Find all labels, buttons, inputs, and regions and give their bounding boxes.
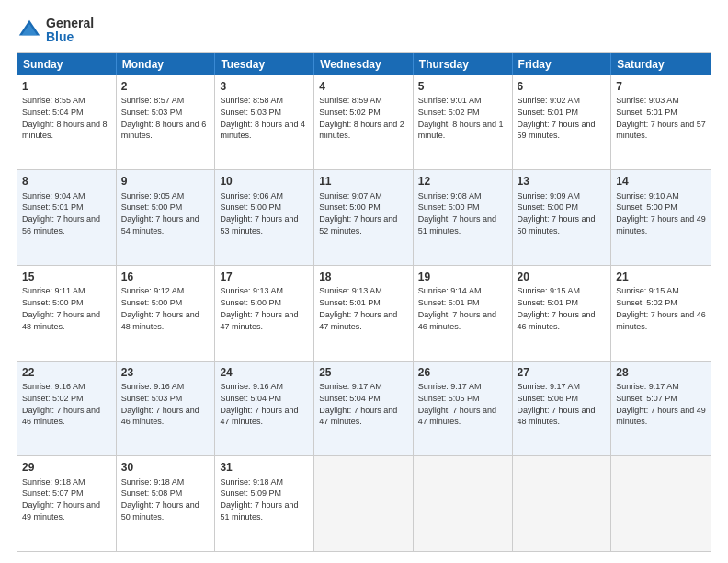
day-number: 14 [616,174,706,189]
day-number: 13 [518,174,607,189]
day-number: 26 [418,365,507,380]
sunrise-info: Sunrise: 9:13 AMSunset: 5:01 PMDaylight:… [319,286,397,330]
day-cell-8: 8Sunrise: 9:04 AMSunset: 5:01 PMDaylight… [17,170,117,265]
calendar-week-5: 29Sunrise: 9:18 AMSunset: 5:07 PMDayligh… [17,455,711,551]
day-number: 11 [319,174,408,189]
day-cell-13: 13Sunrise: 9:09 AMSunset: 5:00 PMDayligh… [513,170,612,265]
header-day-thursday: Thursday [414,53,513,75]
day-number: 28 [616,365,706,380]
day-cell-18: 18Sunrise: 9:13 AMSunset: 5:01 PMDayligh… [314,266,414,361]
day-cell-14: 14Sunrise: 9:10 AMSunset: 5:00 PMDayligh… [611,170,711,265]
day-cell-9: 9Sunrise: 9:05 AMSunset: 5:00 PMDaylight… [117,170,216,265]
sunrise-info: Sunrise: 9:16 AMSunset: 5:03 PMDaylight:… [121,382,199,426]
day-number: 1 [22,79,111,94]
day-number: 15 [22,270,111,284]
day-cell-24: 24Sunrise: 9:16 AMSunset: 5:04 PMDayligh… [215,362,314,456]
day-cell-31: 31Sunrise: 9:18 AMSunset: 5:09 PMDayligh… [215,456,314,551]
sunrise-info: Sunrise: 9:17 AMSunset: 5:05 PMDaylight:… [418,382,496,426]
calendar-body: 1Sunrise: 8:55 AMSunset: 5:04 PMDaylight… [17,75,711,551]
day-number: 23 [121,365,210,380]
day-cell-22: 22Sunrise: 9:16 AMSunset: 5:02 PMDayligh… [17,362,117,456]
day-number: 31 [220,460,309,475]
calendar-week-1: 1Sunrise: 8:55 AMSunset: 5:04 PMDaylight… [17,75,711,170]
day-cell-25: 25Sunrise: 9:17 AMSunset: 5:04 PMDayligh… [314,362,414,456]
day-cell-27: 27Sunrise: 9:17 AMSunset: 5:06 PMDayligh… [513,362,612,456]
day-number: 9 [121,174,210,189]
day-number: 29 [22,460,111,475]
sunrise-info: Sunrise: 9:15 AMSunset: 5:01 PMDaylight:… [518,286,596,330]
logo-icon [17,17,42,43]
sunrise-info: Sunrise: 9:04 AMSunset: 5:01 PMDaylight:… [22,191,100,236]
sunrise-info: Sunrise: 9:14 AMSunset: 5:01 PMDaylight:… [418,286,496,330]
header-day-tuesday: Tuesday [215,53,314,75]
sunrise-info: Sunrise: 9:17 AMSunset: 5:04 PMDaylight:… [319,382,397,426]
day-cell-15: 15Sunrise: 9:11 AMSunset: 5:00 PMDayligh… [17,266,117,361]
day-number: 2 [121,79,210,94]
day-number: 6 [518,79,607,94]
header: General Blue [17,17,711,45]
calendar-header: SundayMondayTuesdayWednesdayThursdayFrid… [17,53,711,75]
sunrise-info: Sunrise: 9:09 AMSunset: 5:00 PMDaylight:… [518,191,596,236]
sunrise-info: Sunrise: 9:02 AMSunset: 5:01 PMDaylight:… [518,96,596,140]
header-day-wednesday: Wednesday [314,53,414,75]
day-cell-1: 1Sunrise: 8:55 AMSunset: 5:04 PMDaylight… [17,75,117,170]
sunrise-info: Sunrise: 9:12 AMSunset: 5:00 PMDaylight:… [121,286,199,330]
day-number: 21 [616,270,706,284]
logo-text: General Blue [46,17,94,45]
header-day-monday: Monday [117,53,216,75]
calendar-week-2: 8Sunrise: 9:04 AMSunset: 5:01 PMDaylight… [17,169,711,265]
day-cell-19: 19Sunrise: 9:14 AMSunset: 5:01 PMDayligh… [414,266,513,361]
day-cell-21: 21Sunrise: 9:15 AMSunset: 5:02 PMDayligh… [611,266,711,361]
day-number: 4 [319,79,408,94]
day-cell-23: 23Sunrise: 9:16 AMSunset: 5:03 PMDayligh… [117,362,216,456]
day-cell-17: 17Sunrise: 9:13 AMSunset: 5:00 PMDayligh… [215,266,314,361]
day-number: 20 [518,270,607,284]
calendar-week-4: 22Sunrise: 9:16 AMSunset: 5:02 PMDayligh… [17,361,711,456]
day-number: 24 [220,365,309,380]
header-day-saturday: Saturday [611,53,711,75]
empty-cell [414,456,513,551]
day-number: 19 [418,270,507,284]
sunrise-info: Sunrise: 9:03 AMSunset: 5:01 PMDaylight:… [616,96,706,140]
day-cell-2: 2Sunrise: 8:57 AMSunset: 5:03 PMDaylight… [117,75,216,170]
sunrise-info: Sunrise: 8:58 AMSunset: 5:03 PMDaylight:… [220,96,305,140]
calendar: SundayMondayTuesdayWednesdayThursdayFrid… [17,52,711,552]
logo: General Blue [17,17,94,45]
sunrise-info: Sunrise: 9:17 AMSunset: 5:07 PMDaylight:… [616,382,706,426]
day-cell-11: 11Sunrise: 9:07 AMSunset: 5:00 PMDayligh… [314,170,414,265]
day-number: 3 [220,79,309,94]
day-number: 7 [616,79,706,94]
sunrise-info: Sunrise: 9:01 AMSunset: 5:02 PMDaylight:… [418,96,504,140]
day-cell-28: 28Sunrise: 9:17 AMSunset: 5:07 PMDayligh… [611,362,711,456]
sunrise-info: Sunrise: 9:07 AMSunset: 5:00 PMDaylight:… [319,191,397,236]
day-number: 17 [220,270,309,284]
day-cell-30: 30Sunrise: 9:18 AMSunset: 5:08 PMDayligh… [117,456,216,551]
sunrise-info: Sunrise: 9:06 AMSunset: 5:00 PMDaylight:… [220,191,298,236]
day-cell-4: 4Sunrise: 8:59 AMSunset: 5:02 PMDaylight… [314,75,414,170]
day-number: 8 [22,174,111,189]
sunrise-info: Sunrise: 9:16 AMSunset: 5:04 PMDaylight:… [220,382,298,426]
calendar-week-3: 15Sunrise: 9:11 AMSunset: 5:00 PMDayligh… [17,265,711,361]
day-number: 10 [220,174,309,189]
sunrise-info: Sunrise: 9:16 AMSunset: 5:02 PMDaylight:… [22,382,100,426]
day-cell-12: 12Sunrise: 9:08 AMSunset: 5:00 PMDayligh… [414,170,513,265]
day-cell-7: 7Sunrise: 9:03 AMSunset: 5:01 PMDaylight… [611,75,711,170]
sunrise-info: Sunrise: 9:18 AMSunset: 5:08 PMDaylight:… [121,477,199,522]
empty-cell [513,456,612,551]
sunrise-info: Sunrise: 8:57 AMSunset: 5:03 PMDaylight:… [121,96,207,140]
sunrise-info: Sunrise: 8:55 AMSunset: 5:04 PMDaylight:… [22,96,108,140]
day-cell-29: 29Sunrise: 9:18 AMSunset: 5:07 PMDayligh… [17,456,117,551]
sunrise-info: Sunrise: 9:13 AMSunset: 5:00 PMDaylight:… [220,286,298,330]
day-cell-26: 26Sunrise: 9:17 AMSunset: 5:05 PMDayligh… [414,362,513,456]
empty-cell [611,456,711,551]
day-cell-6: 6Sunrise: 9:02 AMSunset: 5:01 PMDaylight… [513,75,612,170]
header-day-sunday: Sunday [17,53,117,75]
day-number: 30 [121,460,210,475]
day-cell-5: 5Sunrise: 9:01 AMSunset: 5:02 PMDaylight… [414,75,513,170]
sunrise-info: Sunrise: 9:17 AMSunset: 5:06 PMDaylight:… [518,382,596,426]
day-cell-20: 20Sunrise: 9:15 AMSunset: 5:01 PMDayligh… [513,266,612,361]
sunrise-info: Sunrise: 9:05 AMSunset: 5:00 PMDaylight:… [121,191,199,236]
day-number: 18 [319,270,408,284]
sunrise-info: Sunrise: 9:15 AMSunset: 5:02 PMDaylight:… [616,286,706,330]
day-number: 12 [418,174,507,189]
